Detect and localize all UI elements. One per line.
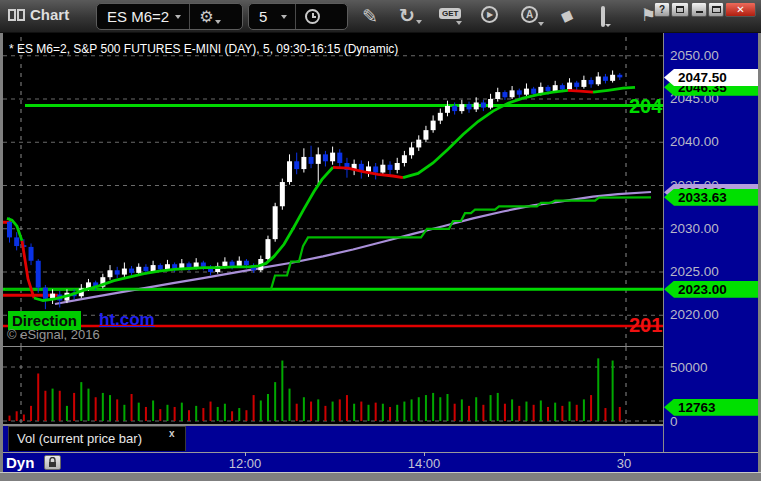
candle (395, 158, 400, 174)
volume-pane[interactable] (3, 347, 663, 424)
candle (352, 160, 357, 176)
price-chart (3, 33, 663, 346)
minimize-button[interactable] (691, 2, 707, 17)
volume-bar (346, 395, 348, 421)
refresh-icon[interactable]: ↻ (399, 4, 415, 27)
gear-icon[interactable]: ⚙ (190, 7, 215, 26)
volume-bar (332, 402, 334, 421)
watermark-link[interactable]: ht.com (99, 310, 155, 330)
volume-bar (540, 400, 542, 421)
chart-header: * ES M6=2, S&P 500 FUTURES E-MINI (DAY),… (9, 42, 398, 56)
volume-bar (95, 397, 97, 421)
close-button[interactable]: ✕ (725, 2, 756, 17)
candle (402, 151, 407, 167)
volume-bar (612, 361, 614, 421)
candle (610, 70, 615, 82)
candle (517, 89, 522, 99)
volume-bar (296, 404, 298, 421)
candle (373, 163, 378, 179)
candle (502, 90, 507, 100)
time-axis-label: 30 (617, 456, 631, 471)
volume-bar (80, 382, 82, 421)
candle (280, 179, 285, 210)
help-button[interactable]: ? (654, 2, 670, 17)
current-volume-bubble: 12763 (664, 399, 758, 416)
play-icon[interactable]: ▶ (481, 6, 498, 23)
volume-bar (109, 395, 111, 421)
gear-dropdown-caret[interactable] (215, 20, 221, 24)
volume-bar (554, 403, 556, 421)
close-tab-icon[interactable]: x (169, 428, 175, 439)
auto-dropdown-caret[interactable] (538, 22, 544, 26)
green-line-price-label: 204 (629, 95, 662, 118)
candle (423, 126, 428, 142)
pencil-icon[interactable]: ✎ (362, 5, 378, 28)
volume-bar (547, 407, 549, 421)
candle (36, 259, 41, 293)
get-data-icon[interactable]: GET (439, 8, 461, 19)
volume-bar (468, 406, 470, 421)
volume-bar (116, 399, 118, 421)
volume-bar (432, 393, 434, 421)
candle (251, 263, 256, 273)
candle (603, 74, 608, 84)
volume-bar (152, 400, 154, 421)
refresh-dropdown-caret[interactable] (416, 20, 422, 24)
volume-chart (3, 347, 663, 424)
volume-bar (145, 407, 147, 421)
volume-bar (281, 361, 283, 421)
interval-selector[interactable]: 5 (249, 8, 281, 25)
get-dropdown-caret[interactable] (456, 21, 462, 25)
tab-volume-study[interactable]: Vol (current price bar) x (8, 426, 186, 451)
volume-bar (44, 391, 46, 421)
candle (316, 147, 321, 185)
candle (115, 267, 120, 278)
volume-bar (511, 399, 513, 421)
titlebar[interactable]: Chart ES M6=2 ⚙ 5 ✎ ↻ GET ▶ A ◆ ⚑ ? ✕ (0, 0, 761, 33)
chat-icon[interactable] (601, 6, 605, 27)
candle (108, 265, 113, 280)
volume-bar (324, 406, 326, 421)
volume-bar (174, 407, 176, 421)
candle (273, 203, 278, 242)
volume-bar (411, 399, 413, 421)
time-axis[interactable]: Dyn 12:0014:0030 (3, 453, 758, 472)
candle (481, 100, 486, 111)
candle (309, 146, 314, 168)
candle (50, 289, 55, 304)
time-template-icon[interactable] (305, 9, 320, 24)
price-axis[interactable]: 2050.002045.002040.002035.002030.002025.… (663, 33, 758, 452)
purple-ma-line (55, 192, 651, 304)
volume-bar (454, 404, 456, 421)
volume-axis-label: 0 (670, 414, 678, 429)
send-icon[interactable]: ◆ (558, 3, 577, 27)
volume-bar (576, 405, 578, 421)
volume-bar (368, 405, 370, 421)
maximize-button[interactable] (708, 2, 724, 17)
lock-icon[interactable] (44, 455, 61, 470)
candle (431, 115, 436, 132)
volume-bar (497, 393, 499, 421)
volume-bar (446, 394, 448, 421)
volume-bar (418, 397, 420, 421)
volume-bar (9, 416, 11, 421)
copyright-label: © eSignal, 2016 (7, 327, 100, 342)
candle (366, 161, 371, 177)
candle (409, 142, 414, 158)
symbol-selector[interactable]: ES M6=2 (97, 8, 175, 25)
volume-axis-label: 50000 (670, 360, 708, 375)
restore-button[interactable] (671, 2, 689, 17)
volume-bar (253, 395, 255, 421)
volume-bar (490, 395, 492, 421)
main-chart-pane[interactable]: * ES M6=2, S&P 500 FUTURES E-MINI (DAY),… (3, 33, 663, 346)
candle (287, 154, 292, 184)
volume-bar (260, 400, 262, 421)
app-title: Chart (30, 6, 69, 23)
volume-bar (475, 397, 477, 421)
chart-window-icon (8, 9, 26, 22)
symbol-dropdown-caret[interactable] (175, 15, 181, 19)
volume-bar (245, 410, 247, 421)
auto-icon[interactable]: A (521, 6, 538, 23)
volume-bar (533, 405, 535, 421)
interval-dropdown-caret[interactable] (281, 15, 287, 19)
